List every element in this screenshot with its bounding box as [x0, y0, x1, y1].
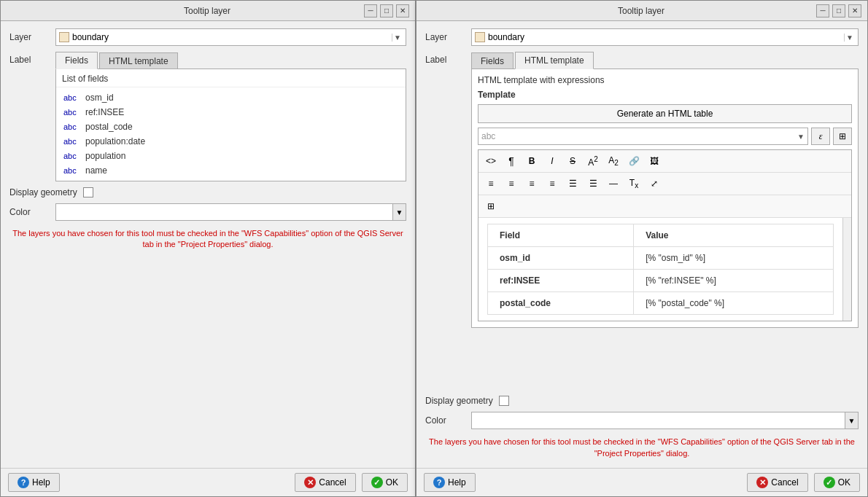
superscript-icon: A2	[588, 155, 598, 168]
left-maximize-button[interactable]: □	[380, 4, 393, 17]
right-tb-align-right-btn[interactable]: ≡	[522, 175, 541, 192]
right-label-tabs-row: Label Fields HTML template HTML template…	[425, 52, 859, 390]
right-dialog-content: Layer boundary ▼ Label Fields HTML templ…	[416, 21, 867, 468]
right-tb-italic-btn[interactable]: I	[543, 152, 562, 170]
right-ok-label: OK	[838, 477, 850, 488]
left-title-controls: ─ □ ✕	[364, 4, 409, 17]
table-header-field: Field	[488, 224, 634, 247]
right-toolbar-row-2: ≡ ≡ ≡ ≡ ☰ ☰ — Tx ⤢	[478, 173, 851, 195]
right-tb-justify-btn[interactable]: ≡	[543, 175, 562, 192]
right-tb-heading-btn[interactable]: ¶	[502, 152, 521, 170]
right-close-button[interactable]: ✕	[848, 4, 861, 17]
left-layer-row: Layer boundary ▼	[9, 28, 406, 46]
list-item[interactable]: abcpopulation:date	[56, 134, 406, 149]
right-generate-btn[interactable]: Generate an HTML table	[478, 104, 852, 123]
right-editor-field-select[interactable]: abc ▼	[478, 128, 808, 145]
left-tab-content: List of fields abcosm_idabcref:INSEEabcp…	[55, 69, 406, 181]
right-layer-label: Layer	[425, 32, 465, 42]
right-editor-scrollbar[interactable]	[842, 218, 851, 321]
field-name-label: postal_code	[85, 122, 133, 132]
list-item[interactable]: abcpostal_code	[56, 120, 406, 134]
right-template-label: Template	[478, 90, 852, 100]
right-tb-code-btn[interactable]: <>	[481, 152, 500, 170]
right-editor-epsilon-btn[interactable]: ε	[811, 128, 830, 145]
left-cancel-button[interactable]: ✕ Cancel	[295, 473, 355, 492]
right-help-button[interactable]: ? Help	[424, 473, 476, 492]
right-tb-strike-btn[interactable]: S	[563, 152, 582, 170]
right-tb-sub-btn[interactable]: A2	[604, 152, 623, 170]
right-editor-plus-btn[interactable]: ⊞	[833, 128, 852, 145]
left-color-box[interactable]: ▼	[55, 203, 406, 221]
right-tb-super-btn[interactable]: A2	[584, 152, 602, 170]
left-display-geometry-label: Display geometry	[9, 187, 77, 197]
list-item[interactable]: abcname	[56, 163, 406, 178]
left-bottom-buttons: ? Help ✕ Cancel ✓ OK	[1, 468, 415, 496]
left-display-geometry-checkbox[interactable]	[83, 187, 93, 197]
right-display-geometry-checkbox[interactable]	[499, 396, 509, 406]
left-ok-label: OK	[386, 477, 398, 488]
right-minimize-button[interactable]: ─	[816, 4, 829, 17]
right-tb-hr-btn[interactable]: —	[604, 175, 623, 192]
list-item[interactable]: abcref:INSEE	[56, 105, 406, 120]
right-editor-body[interactable]: Field Value osm_id [% "osm_id" %]	[478, 218, 842, 321]
right-cancel-button[interactable]: ✕ Cancel	[747, 473, 807, 492]
right-cancel-icon: ✕	[756, 477, 768, 488]
right-tb-bullet-btn[interactable]: ☰	[563, 175, 582, 192]
right-tb-numbered-btn[interactable]: ☰	[584, 175, 602, 192]
right-display-geometry-row: Display geometry	[425, 396, 859, 406]
right-tb-align-left-btn[interactable]: ≡	[481, 175, 500, 192]
left-layer-dropdown-arrow[interactable]: ▼	[392, 34, 403, 42]
list-item[interactable]: abcpopulation	[56, 149, 406, 163]
bullet-list-icon: ☰	[569, 179, 577, 189]
left-color-dropdown[interactable]: ▼	[392, 204, 406, 220]
numbered-list-icon: ☰	[589, 179, 597, 189]
right-ok-button[interactable]: ✓ OK	[814, 473, 860, 492]
right-toolbar-row-3: ⊞	[478, 195, 851, 218]
left-tab-fields[interactable]: Fields	[55, 52, 98, 69]
right-layer-row: Layer boundary ▼	[425, 28, 859, 46]
right-tabs-header: Fields HTML template	[471, 52, 859, 69]
right-layer-select[interactable]: boundary ▼	[471, 28, 859, 46]
right-layer-icon	[475, 32, 485, 42]
table-header-value: Value	[634, 224, 834, 247]
left-tab-html[interactable]: HTML template	[99, 52, 178, 69]
right-tb-clear-btn[interactable]: Tx	[624, 175, 643, 192]
right-warning-text: The layers you have chosen for this tool…	[425, 435, 859, 461]
left-help-button[interactable]: ? Help	[8, 473, 60, 492]
right-toolbar-row-1: <> ¶ B I S A2 A2 🔗 🖼	[478, 150, 851, 173]
right-tb-table-btn[interactable]: ⊞	[481, 197, 500, 215]
right-layer-dropdown-arrow[interactable]: ▼	[844, 34, 855, 42]
right-tb-align-center-btn[interactable]: ≡	[502, 175, 521, 192]
left-label-label: Label	[9, 52, 50, 65]
right-bottom-buttons: ? Help ✕ Cancel ✓ OK	[416, 468, 867, 496]
right-maximize-button[interactable]: □	[832, 4, 845, 17]
field-type-label: abc	[63, 137, 81, 146]
right-dialog: Tooltip layer ─ □ ✕ Layer boundary ▼ Lab…	[416, 0, 868, 497]
right-tb-image-btn[interactable]: 🖼	[645, 152, 664, 170]
right-color-dropdown[interactable]: ▼	[845, 412, 858, 428]
list-item[interactable]: abcosm_id	[56, 90, 406, 105]
hr-icon: —	[609, 179, 618, 189]
right-editor-field-arrow[interactable]: ▼	[797, 133, 805, 141]
right-ok-icon: ✓	[824, 477, 835, 488]
left-close-button[interactable]: ✕	[396, 4, 409, 17]
right-tb-bold-btn[interactable]: B	[522, 152, 541, 170]
right-tab-html[interactable]: HTML template	[515, 52, 594, 69]
right-color-box[interactable]: ▼	[471, 412, 859, 429]
left-ok-button[interactable]: ✓ OK	[362, 473, 408, 492]
table-row: ref:INSEE [% "ref:INSEE" %]	[488, 270, 834, 292]
right-tb-fullscreen-btn[interactable]: ⤢	[645, 175, 664, 192]
right-rich-editor: <> ¶ B I S A2 A2 🔗 🖼	[478, 149, 852, 321]
left-layer-select[interactable]: boundary ▼	[55, 28, 406, 46]
right-tab-content: HTML template with expressions Template …	[471, 69, 859, 328]
right-display-geometry-label: Display geometry	[425, 396, 493, 406]
link-icon: 🔗	[629, 156, 640, 166]
left-minimize-button[interactable]: ─	[364, 4, 377, 17]
table-row: osm_id [% "osm_id" %]	[488, 247, 834, 270]
right-tb-link-btn[interactable]: 🔗	[624, 152, 643, 170]
field-name-label: population:date	[85, 136, 145, 146]
left-cancel-label: Cancel	[319, 477, 346, 488]
image-icon: 🖼	[650, 156, 659, 166]
right-tab-fields[interactable]: Fields	[471, 52, 514, 69]
field-type-label: abc	[63, 108, 81, 117]
